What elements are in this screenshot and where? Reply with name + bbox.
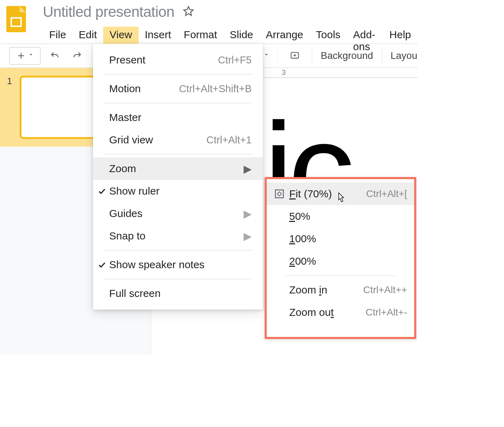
fit-icon	[272, 189, 286, 199]
zoom-out[interactable]: Zoom out Ctrl+Alt+-	[267, 301, 414, 324]
layout-button[interactable]: Layou	[391, 50, 417, 61]
menu-shortcut: Ctrl+Alt+1	[206, 134, 252, 146]
menu-separator	[104, 279, 252, 279]
menu-separator	[104, 154, 252, 155]
menu-separator	[285, 275, 396, 276]
submenu-arrow-icon: ▶	[244, 208, 252, 220]
menu-label: Motion	[109, 83, 179, 95]
dropdown-caret-icon[interactable]	[264, 50, 269, 62]
menu-shortcut: Ctrl+Alt+Shift+B	[179, 83, 252, 95]
menu-label: Grid view	[109, 134, 206, 146]
menu-label: Zoom out	[286, 306, 366, 318]
zoom-50[interactable]: 50%	[267, 205, 414, 228]
undo-button[interactable]	[46, 49, 63, 63]
menu-zoom[interactable]: Zoom ▶	[93, 157, 263, 180]
new-slide-button[interactable]	[9, 47, 41, 65]
menu-label: Snap to	[109, 230, 244, 242]
slides-logo-icon	[6, 6, 26, 32]
zoom-200[interactable]: 200%	[267, 250, 414, 272]
menu-shortcut: Ctrl+Alt+-	[366, 307, 407, 318]
slide-number: 1	[7, 76, 12, 139]
submenu-arrow-icon: ▶	[244, 230, 252, 242]
zoom-fit[interactable]: Fit (70%) Ctrl+Alt+[	[267, 183, 414, 205]
menu-shortcut: Ctrl+F5	[218, 54, 252, 66]
menu-gridview[interactable]: Grid view Ctrl+Alt+1	[93, 129, 263, 151]
menu-guides[interactable]: Guides ▶	[93, 202, 263, 225]
zoom-submenu: Fit (70%) Ctrl+Alt+[ 50% 100% 200% Zoom …	[265, 177, 416, 339]
background-button[interactable]: Background	[321, 50, 373, 61]
toolbar-separator	[312, 48, 312, 63]
menu-label: Fit (70%)	[286, 188, 366, 200]
menu-master[interactable]: Master	[93, 106, 263, 129]
header-bar: Untitled presentation File Edit View Ins…	[0, 0, 417, 44]
menu-label: 100%	[286, 233, 407, 245]
menu-label: 200%	[286, 255, 407, 267]
menu-label: Master	[109, 111, 252, 123]
menu-fullscreen[interactable]: Full screen	[93, 282, 263, 305]
menu-label: Zoom in	[286, 284, 363, 296]
menu-shortcut: Ctrl+Alt++	[363, 284, 407, 296]
redo-button[interactable]	[69, 49, 86, 63]
menu-label: Show speaker notes	[109, 259, 252, 271]
menu-show-ruler[interactable]: Show ruler	[93, 180, 263, 202]
menu-separator	[104, 103, 252, 103]
menu-motion[interactable]: Motion Ctrl+Alt+Shift+B	[93, 77, 263, 100]
dropdown-caret-icon	[28, 50, 34, 62]
submenu-arrow-icon: ▶	[244, 163, 252, 175]
menu-label: Full screen	[109, 287, 252, 299]
checkmark-icon	[96, 260, 108, 269]
svg-rect-4	[276, 190, 284, 198]
comment-button[interactable]	[286, 49, 303, 63]
view-dropdown-menu: Present Ctrl+F5 Motion Ctrl+Alt+Shift+B …	[93, 44, 263, 310]
menu-label: Present	[109, 54, 218, 66]
menu-label: Guides	[109, 208, 244, 219]
menu-snap-to[interactable]: Snap to ▶	[93, 225, 263, 247]
ruler-mark: 3	[281, 68, 300, 77]
menu-speaker-notes[interactable]: Show speaker notes	[93, 253, 263, 276]
menu-present[interactable]: Present Ctrl+F5	[93, 49, 263, 71]
toolbar-separator	[278, 48, 278, 63]
menu-separator	[104, 74, 252, 75]
doc-title[interactable]: Untitled presentation	[43, 4, 174, 20]
star-icon[interactable]	[183, 6, 194, 18]
menu-separator	[104, 250, 252, 251]
menu-shortcut: Ctrl+Alt+[	[366, 188, 407, 199]
menu-label: Show ruler	[109, 185, 252, 197]
zoom-in[interactable]: Zoom in Ctrl+Alt++	[267, 279, 414, 301]
menu-label: Zoom	[109, 163, 244, 175]
checkmark-icon	[96, 187, 108, 196]
toolbar-separator	[382, 48, 382, 63]
menu-label: 50%	[286, 210, 407, 222]
zoom-100[interactable]: 100%	[267, 228, 414, 250]
